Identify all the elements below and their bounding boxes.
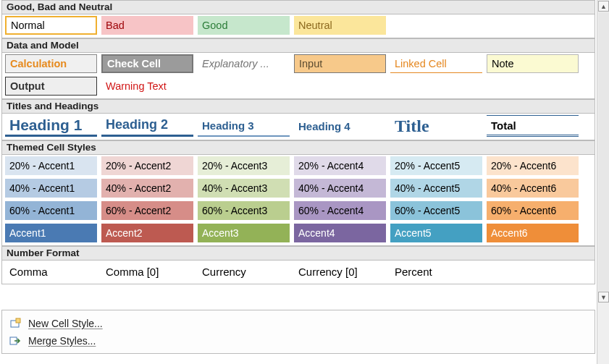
style-comma[interactable]: Comma [5,262,97,281]
themed-rows-container: 20% - Accent120% - Accent220% - Accent32… [1,155,595,246]
row-good-bad-neutral: Normal Bad Good Neutral [1,14,595,38]
style-40pct-accent1[interactable]: 40% - Accent1 [5,179,97,198]
section-header-titles-headings: Titles and Headings [1,99,595,114]
style-accent6[interactable]: Accent6 [487,224,579,242]
style-accent4[interactable]: Accent4 [294,224,386,242]
themed-row-accent: Accent1Accent2Accent3Accent4Accent5Accen… [1,222,595,246]
style-60pct-accent4[interactable]: 60% - Accent4 [294,201,386,220]
style-accent2[interactable]: Accent2 [101,224,193,242]
style-warning-text[interactable]: Warning Text [101,77,193,96]
style-explanatory-text[interactable]: Explanatory ... [198,54,290,73]
themed-row-40: 40% - Accent140% - Accent240% - Accent34… [1,177,595,200]
style-accent5[interactable]: Accent5 [390,224,482,242]
scroll-up-button[interactable]: ▲ [598,1,609,12]
new-cell-style-label: New Cell Style... [28,318,103,329]
style-neutral[interactable]: Neutral [294,16,386,35]
style-20pct-accent5[interactable]: 20% - Accent5 [390,156,482,175]
style-40pct-accent4[interactable]: 40% - Accent4 [294,179,386,198]
merge-styles-label: Merge Styles... [28,335,96,347]
new-cell-style-button[interactable]: New Cell Style... [2,315,595,332]
row-number-format: Comma Comma [0] Currency Currency [0] Pe… [1,261,595,284]
merge-styles-button[interactable]: Merge Styles... [2,332,595,350]
row-titles-headings: Heading 1 Heading 2 Heading 3 Heading 4 … [1,114,595,140]
scroll-track[interactable] [598,12,609,291]
style-40pct-accent2[interactable]: 40% - Accent2 [101,179,193,198]
style-heading-3[interactable]: Heading 3 [198,115,290,137]
style-normal[interactable]: Normal [5,16,97,35]
style-currency[interactable]: Currency [198,262,290,281]
style-calculation[interactable]: Calculation [5,54,97,73]
style-60pct-accent5[interactable]: 60% - Accent5 [390,201,482,220]
section-header-data-model: Data and Model [1,38,595,53]
style-comma-0[interactable]: Comma [0] [101,262,193,281]
style-good[interactable]: Good [198,16,290,35]
style-currency-0[interactable]: Currency [0] [294,262,386,281]
style-heading-2[interactable]: Heading 2 [101,115,193,137]
row-data-model-2: Output Warning Text [1,75,595,99]
cell-styles-gallery: Good, Bad and Neutral Normal Bad Good Ne… [1,0,595,284]
style-20pct-accent4[interactable]: 20% - Accent4 [294,156,386,175]
themed-row-20: 20% - Accent120% - Accent220% - Accent32… [1,155,595,177]
new-cell-style-icon [9,318,21,329]
style-20pct-accent6[interactable]: 20% - Accent6 [487,156,579,175]
style-title[interactable]: Title [390,115,482,137]
style-20pct-accent3[interactable]: 20% - Accent3 [198,156,290,175]
style-60pct-accent6[interactable]: 60% - Accent6 [487,201,579,220]
row-data-model-1: Calculation Check Cell Explanatory ... I… [1,53,595,75]
style-20pct-accent2[interactable]: 20% - Accent2 [101,156,193,175]
footer-commands: New Cell Style... Merge Styles... [1,310,595,354]
style-check-cell[interactable]: Check Cell [101,54,193,73]
style-accent3[interactable]: Accent3 [198,224,290,242]
svg-rect-1 [16,318,20,323]
style-accent1[interactable]: Accent1 [5,224,97,242]
style-40pct-accent5[interactable]: 40% - Accent5 [390,179,482,198]
style-output[interactable]: Output [5,77,97,96]
scrollbar[interactable]: ▲ ▼ [597,0,609,364]
themed-row-60: 60% - Accent160% - Accent260% - Accent36… [1,200,595,222]
style-note[interactable]: Note [487,54,579,73]
style-40pct-accent3[interactable]: 40% - Accent3 [198,179,290,198]
style-60pct-accent3[interactable]: 60% - Accent3 [198,201,290,220]
style-60pct-accent2[interactable]: 60% - Accent2 [101,201,193,220]
style-total[interactable]: Total [487,115,579,137]
style-input[interactable]: Input [294,54,386,73]
style-bad[interactable]: Bad [101,16,193,35]
style-percent[interactable]: Percent [390,262,482,281]
section-header-themed-cell-styles: Themed Cell Styles [1,140,595,155]
style-20pct-accent1[interactable]: 20% - Accent1 [5,156,97,175]
style-heading-1[interactable]: Heading 1 [5,115,97,137]
style-40pct-accent6[interactable]: 40% - Accent6 [487,179,579,198]
merge-styles-icon [9,335,21,347]
scroll-down-button[interactable]: ▼ [598,292,609,302]
section-header-number-format: Number Format [1,246,595,261]
style-60pct-accent1[interactable]: 60% - Accent1 [5,201,97,220]
style-heading-4[interactable]: Heading 4 [294,115,386,137]
section-header-good-bad-neutral: Good, Bad and Neutral [1,0,595,14]
style-linked-cell[interactable]: Linked Cell [390,54,482,73]
